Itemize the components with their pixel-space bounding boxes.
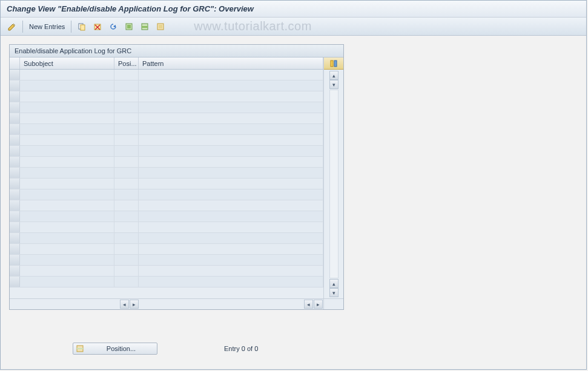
delete-icon[interactable] [91,20,104,33]
cell-pattern[interactable] [139,157,323,167]
cell-pattern[interactable] [139,244,323,254]
cell-subobject[interactable] [20,179,114,189]
cell-subobject[interactable] [20,124,114,134]
row-selector[interactable] [10,146,20,156]
cell-position[interactable] [114,146,139,156]
cell-position[interactable] [114,255,139,265]
row-selector[interactable] [10,211,20,222]
select-all-icon[interactable] [122,20,136,33]
column-header-subobject[interactable]: Subobject [20,57,114,69]
table-row[interactable] [10,102,323,113]
table-row[interactable] [10,124,323,135]
scroll-right-icon[interactable]: ▸ [314,300,323,309]
cell-pattern[interactable] [139,255,323,265]
row-selector[interactable] [10,113,20,123]
cell-pattern[interactable] [139,211,323,222]
cell-pattern[interactable] [139,200,323,211]
cell-subobject[interactable] [20,146,114,156]
cell-position[interactable] [114,157,139,167]
cell-subobject[interactable] [20,200,114,211]
row-selector[interactable] [10,80,20,91]
row-selector[interactable] [10,135,20,145]
table-row[interactable] [10,70,323,80]
table-row[interactable] [10,211,323,222]
row-selector[interactable] [10,91,20,102]
row-selector[interactable] [10,277,20,287]
cell-subobject[interactable] [20,157,114,167]
cell-pattern[interactable] [139,146,323,156]
toggle-display-change-icon[interactable] [5,20,19,33]
row-selector[interactable] [10,102,20,113]
table-row[interactable] [10,113,323,124]
select-block-icon[interactable] [138,20,151,33]
cell-position[interactable] [114,102,139,113]
row-selector[interactable] [10,244,20,254]
table-row[interactable] [10,233,323,244]
table-row[interactable] [10,146,323,157]
scroll-left-icon[interactable]: ◂ [304,300,313,309]
position-button[interactable]: Position... [73,343,157,355]
column-header-position[interactable]: Posi... [114,57,139,69]
table-row[interactable] [10,179,323,189]
row-selector[interactable] [10,168,20,178]
cell-position[interactable] [114,200,139,211]
cell-pattern[interactable] [139,91,323,102]
table-row[interactable] [10,277,323,287]
cell-pattern[interactable] [139,113,323,123]
cell-subobject[interactable] [20,80,114,91]
cell-subobject[interactable] [20,266,114,276]
cell-subobject[interactable] [20,233,114,243]
table-row[interactable] [10,157,323,168]
row-selector[interactable] [10,222,20,232]
scroll-up-icon[interactable]: ▴ [329,279,339,288]
row-selector[interactable] [10,179,20,189]
cell-position[interactable] [114,222,139,232]
row-selector[interactable] [10,266,20,276]
cell-position[interactable] [114,277,139,287]
table-row[interactable] [10,266,323,277]
cell-pattern[interactable] [139,102,323,113]
cell-position[interactable] [114,80,139,91]
row-selector[interactable] [10,157,20,167]
scroll-left-icon[interactable]: ◂ [120,300,129,309]
row-selector[interactable] [10,70,20,80]
cell-position[interactable] [114,211,139,222]
cell-position[interactable] [114,135,139,145]
cell-pattern[interactable] [139,233,323,243]
column-header-selector[interactable] [10,57,20,69]
row-selector[interactable] [10,200,20,211]
row-selector[interactable] [10,255,20,265]
table-row[interactable] [10,135,323,146]
table-row[interactable] [10,222,323,233]
table-settings-icon[interactable] [324,57,343,70]
row-selector[interactable] [10,189,20,200]
table-row[interactable] [10,189,323,200]
cell-position[interactable] [114,168,139,178]
table-row[interactable] [10,255,323,266]
scroll-down-icon[interactable]: ▾ [329,80,339,89]
cell-subobject[interactable] [20,189,114,200]
table-row[interactable] [10,200,323,211]
cell-subobject[interactable] [20,255,114,265]
cell-subobject[interactable] [20,222,114,232]
scroll-up-icon[interactable]: ▴ [329,71,339,80]
row-selector[interactable] [10,124,20,134]
cell-pattern[interactable] [139,80,323,91]
cell-position[interactable] [114,266,139,276]
copy-as-icon[interactable] [75,20,88,33]
cell-position[interactable] [114,244,139,254]
cell-subobject[interactable] [20,113,114,123]
cell-position[interactable] [114,233,139,243]
cell-subobject[interactable] [20,70,114,80]
cell-position[interactable] [114,124,139,134]
deselect-all-icon[interactable] [154,20,167,33]
scroll-right-icon[interactable]: ▸ [130,300,139,309]
new-entries-button[interactable]: New Entries [27,20,67,33]
cell-pattern[interactable] [139,135,323,145]
row-selector[interactable] [10,233,20,243]
cell-pattern[interactable] [139,277,323,287]
cell-pattern[interactable] [139,189,323,200]
scrollbar-track[interactable] [329,90,339,278]
cell-position[interactable] [114,189,139,200]
cell-position[interactable] [114,91,139,102]
